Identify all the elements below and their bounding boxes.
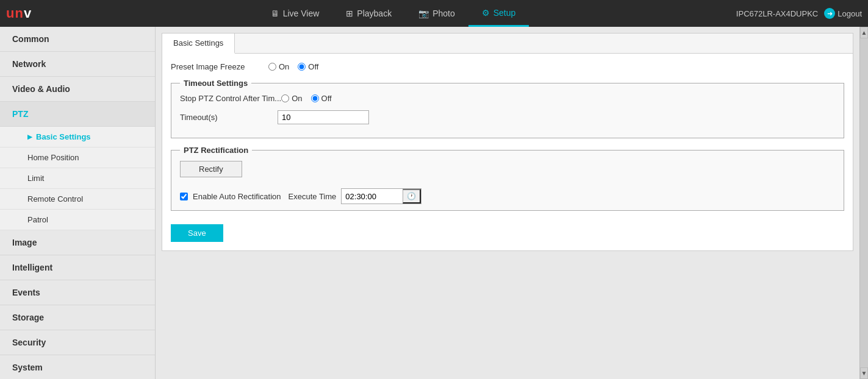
top-navigation: 🖥 Live View ⊞ Playback 📷 Photo ⚙ Setup <box>50 0 736 27</box>
sidebar-item-video-audio[interactable]: Video & Audio <box>0 77 155 102</box>
sidebar-item-network[interactable]: Network <box>0 52 155 77</box>
timeout-input[interactable] <box>278 110 369 124</box>
execute-time-input[interactable] <box>342 190 403 203</box>
scroll-up-arrow[interactable]: ▲ <box>860 27 868 38</box>
tab-content: Preset Image Freeze On Off Tim <box>162 54 853 250</box>
timeout-settings-legend: Timeout Settings <box>180 79 251 88</box>
save-button[interactable]: Save <box>171 224 223 242</box>
photo-icon: 📷 <box>418 9 429 18</box>
sidebar-sub-item-home-position[interactable]: Home Position <box>0 147 155 168</box>
clock-icon: 🕐 <box>407 192 416 200</box>
monitor-icon: 🖥 <box>271 9 279 18</box>
sidebar-ptz-children: ▶ Basic Settings Home Position Limit Rem… <box>0 127 155 230</box>
rectify-button[interactable]: Rectify <box>180 161 242 177</box>
content-area: Basic Settings Preset Image Freeze On Of <box>156 27 859 379</box>
nav-playback[interactable]: ⊞ Playback <box>332 0 405 27</box>
sidebar-item-common[interactable]: Common <box>0 27 155 52</box>
stop-ptz-label: Stop PTZ Control After Tim... <box>180 94 281 103</box>
enable-auto-rectification-label: Enable Auto Rectification <box>193 192 281 201</box>
playback-icon: ⊞ <box>346 9 353 18</box>
preset-freeze-off-radio[interactable] <box>298 63 306 71</box>
timeout-settings-fieldset: Timeout Settings Stop PTZ Control After … <box>171 79 844 138</box>
sidebar-item-image[interactable]: Image <box>0 230 155 255</box>
sidebar-item-security[interactable]: Security <box>0 330 155 355</box>
arrow-icon: ▶ <box>27 133 32 140</box>
stop-ptz-radios: On Off <box>281 94 331 103</box>
stop-ptz-off-label[interactable]: Off <box>311 94 332 103</box>
execute-time-label: Execute Time <box>289 192 337 201</box>
sidebar-sub-item-remote-control[interactable]: Remote Control <box>0 189 155 210</box>
nav-live-view[interactable]: 🖥 Live View <box>257 0 333 27</box>
topbar: unv 🖥 Live View ⊞ Playback 📷 Photo ⚙ Set… <box>0 0 868 27</box>
sidebar-item-events[interactable]: Events <box>0 280 155 305</box>
gear-icon: ⚙ <box>482 8 490 18</box>
execute-time-input-wrap: 🕐 <box>341 188 421 204</box>
enable-auto-rectification-checkbox[interactable] <box>180 193 188 200</box>
stop-ptz-off-radio[interactable] <box>311 94 319 102</box>
ptz-rectification-fieldset: PTZ Rectification Rectify Enable Auto Re… <box>171 146 844 211</box>
logout-button[interactable]: ➜ Logout <box>824 8 862 19</box>
logo: unv <box>6 5 32 21</box>
sidebar-sub-item-limit[interactable]: Limit <box>0 168 155 189</box>
preset-image-freeze-label: Preset Image Freeze <box>171 62 268 71</box>
stop-ptz-on-label[interactable]: On <box>281 94 302 103</box>
nav-setup[interactable]: ⚙ Setup <box>468 0 529 27</box>
nav-photo[interactable]: 📷 Photo <box>405 0 468 27</box>
sidebar-item-ptz[interactable]: PTZ <box>0 102 155 127</box>
preset-image-freeze-radios: On Off <box>268 62 318 71</box>
preset-freeze-off-label[interactable]: Off <box>298 62 318 71</box>
sidebar-item-intelligent[interactable]: Intelligent <box>0 255 155 280</box>
enable-auto-rectification-row: Enable Auto Rectification Execute Time 🕐 <box>180 188 835 204</box>
tab-panel: Basic Settings Preset Image Freeze On Of <box>162 33 853 251</box>
stop-ptz-row: Stop PTZ Control After Tim... On Off <box>180 94 835 103</box>
tab-header: Basic Settings <box>162 34 853 54</box>
ptz-rectification-legend: PTZ Rectification <box>180 146 252 155</box>
preset-image-freeze-row: Preset Image Freeze On Off <box>171 62 844 71</box>
timeout-label: Timeout(s) <box>180 113 278 122</box>
time-picker-icon[interactable]: 🕐 <box>403 189 421 204</box>
timeout-row: Timeout(s) <box>180 110 835 124</box>
preset-freeze-on-radio[interactable] <box>268 63 276 71</box>
device-name: IPC672LR-AX4DUPKC <box>736 9 818 18</box>
logout-icon: ➜ <box>824 8 835 19</box>
tab-basic-settings[interactable]: Basic Settings <box>162 34 235 54</box>
main-layout: Common Network Video & Audio PTZ ▶ Basic… <box>0 27 868 379</box>
sidebar-item-system[interactable]: System <box>0 355 155 379</box>
sidebar-sub-item-basic-settings[interactable]: ▶ Basic Settings <box>0 127 155 147</box>
sidebar: Common Network Video & Audio PTZ ▶ Basic… <box>0 27 156 379</box>
scroll-down-arrow[interactable]: ▼ <box>860 367 868 379</box>
sidebar-item-storage[interactable]: Storage <box>0 305 155 330</box>
right-scrollbar: ▲ ▼ <box>859 27 868 379</box>
stop-ptz-on-radio[interactable] <box>281 94 289 102</box>
sidebar-sub-item-patrol[interactable]: Patrol <box>0 210 155 230</box>
topbar-right: IPC672LR-AX4DUPKC ➜ Logout <box>736 8 862 19</box>
preset-freeze-on-label[interactable]: On <box>268 62 289 71</box>
